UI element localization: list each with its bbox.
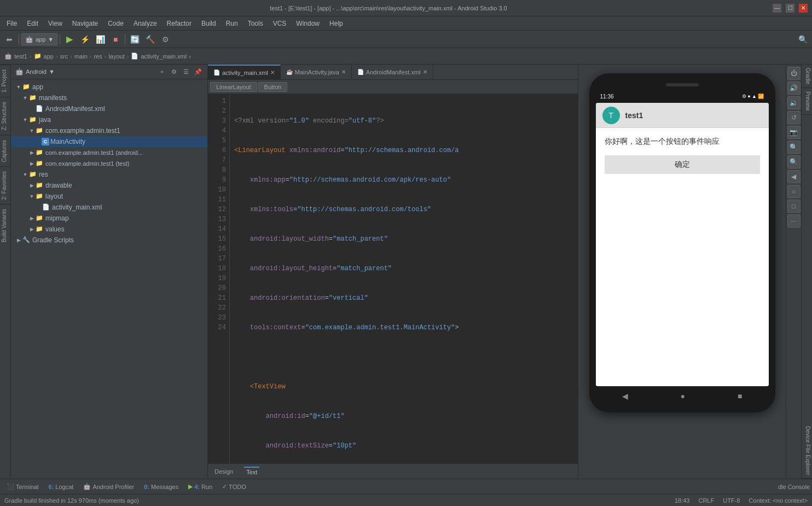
tree-item-androidmanifest[interactable]: 📄 AndroidManifest.xml [11, 103, 207, 114]
right-circle-btn[interactable]: ○ [787, 185, 801, 198]
logcat-tab[interactable]: 6: Logcat [44, 481, 78, 493]
tab-androidmanifest[interactable]: 📄 AndroidManifest.xml ✕ [352, 65, 433, 79]
status-crlf[interactable]: CRLF [698, 497, 714, 504]
tree-item-pkg-android[interactable]: ▶ 📁 com.example.admin.test1 (android... [11, 147, 207, 158]
project-settings-btn[interactable]: ⚙ [169, 67, 179, 77]
menu-run[interactable]: Run [222, 19, 242, 28]
profile-button[interactable]: 📊 [93, 32, 107, 46]
right-zoom-out-btn[interactable]: 🔍 [787, 155, 801, 168]
code-editor[interactable]: 1 2 3 4 5 6 7 8 9 10 11 12 13 14 15 16 1… [208, 94, 578, 463]
tab-mainactivity[interactable]: ☕ MainActivity.java ✕ [281, 65, 352, 79]
text-tab[interactable]: Text [244, 467, 259, 476]
project-pin-btn[interactable]: 📌 [193, 67, 203, 77]
build-variants-label[interactable]: Build Variants [0, 204, 10, 247]
tree-item-mainactivity[interactable]: C MainActivity [11, 136, 207, 147]
phone-button[interactable]: 确定 [605, 155, 760, 174]
run-button[interactable]: ▶ [62, 32, 77, 46]
minimize-button[interactable]: — [773, 4, 781, 13]
settings-button[interactable]: ⚙ [158, 32, 172, 46]
tree-item-app[interactable]: ▼ 📁 app [11, 82, 207, 92]
gradle-console-label[interactable]: dle Console [778, 483, 810, 491]
tree-item-mipmap[interactable]: ▶ 📁 mipmap [11, 213, 207, 224]
status-charset[interactable]: UTF-8 [723, 497, 740, 504]
tab-activity-main[interactable]: 📄 activity_main.xml ✕ [208, 65, 281, 79]
menu-navigate[interactable]: Navigate [68, 19, 102, 28]
menu-vcs[interactable]: VCS [269, 19, 291, 28]
gradle-panel-label[interactable]: Gradle [802, 65, 812, 88]
preview-panel-label[interactable]: Preview [802, 88, 812, 115]
breadcrumb-test1[interactable]: test1 [14, 53, 27, 60]
breadcrumb-main[interactable]: main [74, 53, 88, 60]
project-view-selector[interactable]: Android [26, 68, 47, 75]
structure-panel-label[interactable]: Z: Structure [0, 97, 10, 135]
right-square-btn[interactable]: □ [787, 200, 801, 213]
folder-icon-manifests: 📁 [28, 94, 37, 102]
tree-item-res[interactable]: ▼ 📁 res [11, 169, 207, 180]
terminal-tab[interactable]: ⬛ Terminal [2, 481, 43, 493]
breadcrumb-app[interactable]: app [44, 53, 54, 60]
tab-close-androidmanifest[interactable]: ✕ [423, 69, 427, 75]
right-zoom-in-btn[interactable]: 🔍 [787, 141, 801, 154]
tree-item-values[interactable]: ▶ 📁 values [11, 224, 207, 235]
tree-item-layout[interactable]: ▼ 📁 layout [11, 191, 207, 202]
build-button[interactable]: 🔨 [143, 32, 157, 46]
search-button[interactable]: 🔍 [796, 32, 810, 46]
linearlayout-tab[interactable]: LinearLayout [210, 82, 257, 92]
breadcrumb-res[interactable]: res [94, 53, 102, 60]
tree-item-manifests[interactable]: ▼ 📁 manifests [11, 92, 207, 103]
back-button[interactable]: ⬅ [2, 32, 16, 46]
right-vol-up-btn[interactable]: 🔊 [787, 82, 801, 95]
menu-help[interactable]: Help [325, 19, 347, 28]
breadcrumb-src[interactable]: src [60, 53, 68, 60]
tree-item-java[interactable]: ▼ 📁 java [11, 114, 207, 125]
maximize-button[interactable]: ☐ [786, 4, 794, 13]
run-tab[interactable]: ▶ 4: Run [184, 481, 217, 493]
phone-back-btn[interactable]: ◀ [622, 392, 628, 400]
menu-window[interactable]: Window [292, 19, 324, 28]
right-camera-btn[interactable]: 📷 [787, 126, 801, 139]
menu-code[interactable]: Code [103, 19, 128, 28]
project-options-btn[interactable]: ☰ [181, 67, 191, 77]
menu-tools[interactable]: Tools [243, 19, 268, 28]
menu-refactor[interactable]: Refactor [163, 19, 196, 28]
phone-recent-btn[interactable]: ■ [738, 392, 742, 400]
menu-analyze[interactable]: Analyze [129, 19, 161, 28]
captures-panel-label[interactable]: Captures [0, 135, 10, 167]
right-back-btn[interactable]: ◀ [787, 170, 801, 183]
tree-item-pkg-test[interactable]: ▶ 📁 com.example.admin.test1 (test) [11, 158, 207, 169]
menu-file[interactable]: File [2, 19, 21, 28]
menu-view[interactable]: View [44, 19, 67, 28]
device-file-explorer-label[interactable]: Device File Explorer [802, 423, 812, 479]
code-content[interactable]: <?xml version="1.0" encoding="utf-8"?> <… [230, 94, 578, 463]
sync-button[interactable]: 🔄 [127, 32, 142, 46]
right-rotate-btn[interactable]: ↺ [787, 111, 801, 124]
project-panel-label[interactable]: 1: Project [0, 65, 10, 97]
breadcrumb-file[interactable]: activity_main.xml [141, 53, 187, 60]
favorites-panel-label[interactable]: 2: Favorites [0, 166, 10, 204]
app-selector[interactable]: 🤖 app ▼ [21, 33, 57, 45]
todo-tab[interactable]: ✓ TODO [218, 481, 251, 493]
tree-item-gradle[interactable]: ▶ 🔧 Gradle Scripts [11, 235, 207, 246]
terminal-icon: ⬛ [7, 483, 14, 490]
right-more-btn[interactable]: ··· [787, 214, 801, 228]
project-sync-btn[interactable]: + [157, 67, 167, 77]
tree-item-drawable[interactable]: ▶ 📁 drawable [11, 180, 207, 191]
button-tab[interactable]: Button [258, 82, 288, 92]
tree-item-pkg[interactable]: ▼ 📁 com.example.admin.test1 [11, 125, 207, 136]
profiler-tab[interactable]: 🤖 Android Profiler [79, 481, 138, 493]
tab-close-mainactivity[interactable]: ✕ [341, 69, 346, 75]
right-vol-down-btn[interactable]: 🔉 [787, 96, 801, 109]
stop-button[interactable]: ■ [108, 32, 123, 46]
project-view-arrow[interactable]: ▼ [49, 68, 55, 75]
messages-tab[interactable]: 0: Messages [140, 481, 183, 493]
design-tab[interactable]: Design [212, 467, 235, 476]
debug-button[interactable]: ⚡ [78, 32, 92, 46]
breadcrumb-layout[interactable]: layout [108, 53, 124, 60]
menu-build[interactable]: Build [197, 19, 221, 28]
tree-item-activity-main[interactable]: 📄 activity_main.xml [11, 202, 207, 213]
phone-home-btn[interactable]: ● [681, 392, 685, 400]
menu-edit[interactable]: Edit [22, 19, 43, 28]
tab-close-activity-main[interactable]: ✕ [270, 69, 275, 75]
right-power-btn[interactable]: ⏻ [787, 67, 801, 80]
close-button[interactable]: ✕ [799, 4, 808, 13]
